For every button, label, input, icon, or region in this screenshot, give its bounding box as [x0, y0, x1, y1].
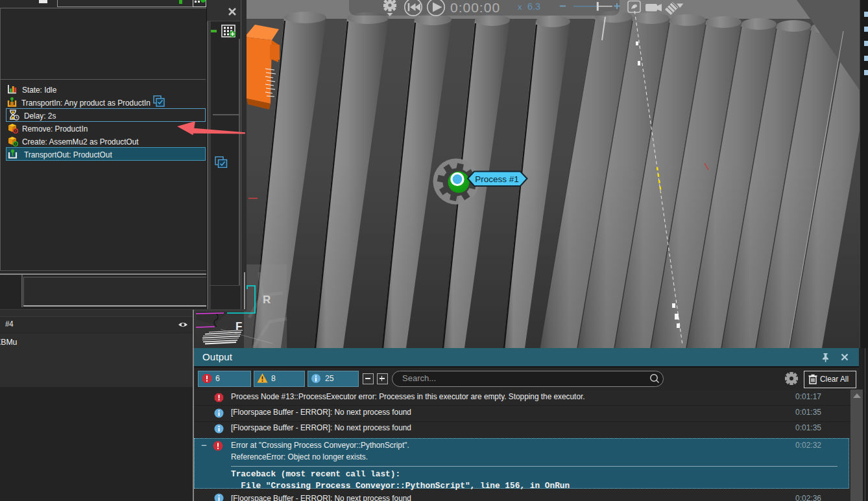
svg-text:0:00:00: 0:00:00	[450, 0, 500, 15]
svg-text:x: x	[518, 2, 522, 12]
svg-text:R: R	[263, 294, 271, 306]
svg-text:Process #1: Process #1	[475, 174, 519, 184]
svg-text:6.3: 6.3	[527, 1, 540, 12]
